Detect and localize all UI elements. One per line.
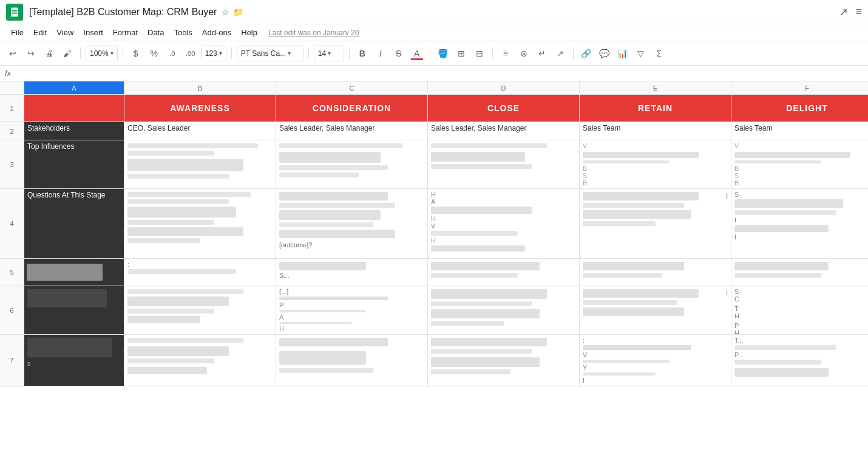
filter-btn[interactable]: ▽ [633, 46, 649, 61]
col-header-A[interactable]: A [24, 81, 124, 94]
cell-B5[interactable]: : [124, 259, 276, 286]
cell-A1[interactable] [24, 95, 124, 122]
formula-input[interactable] [16, 69, 863, 78]
cell-D1[interactable]: CLOSE [428, 95, 580, 122]
col-header-C[interactable]: C [276, 81, 428, 94]
font-arrow: ▾ [288, 50, 291, 57]
paintformat-btn[interactable]: 🖌 [59, 46, 75, 61]
borders-btn[interactable]: ⊞ [453, 46, 469, 61]
cell-D3[interactable] [428, 140, 580, 188]
menu-data[interactable]: Data [143, 26, 169, 39]
menu-view[interactable]: View [52, 26, 78, 39]
cell-F3[interactable]: V B S B [731, 140, 868, 188]
cell-E2[interactable]: Sales Team [580, 122, 731, 140]
col-header-D[interactable]: D [428, 81, 580, 94]
comment-icon[interactable]: ≡ [855, 5, 862, 18]
cell-D7[interactable] [428, 335, 580, 386]
valign-btn[interactable]: ⊜ [516, 46, 532, 61]
cell-F6[interactable]: S C T H P H [731, 286, 868, 334]
decimal2-btn[interactable]: .00 [183, 46, 198, 61]
menu-file[interactable]: File [6, 26, 29, 39]
cell-B2[interactable]: CEO, Sales Leader [124, 122, 276, 140]
menu-format[interactable]: Format [108, 26, 143, 39]
fontcolor-btn[interactable]: A [409, 46, 425, 61]
col-header-B[interactable]: B [124, 81, 276, 94]
col-header-F[interactable]: F [731, 81, 868, 94]
merge-btn[interactable]: ⊟ [472, 46, 487, 61]
textwrap-btn[interactable]: ↵ [534, 46, 550, 61]
textrotate-btn[interactable]: ↗ [552, 46, 568, 61]
sep4 [308, 47, 309, 60]
cell-E3[interactable]: V B S B [580, 140, 731, 188]
cell-A5[interactable] [24, 259, 124, 286]
menu-tools[interactable]: Tools [169, 26, 197, 39]
cell-C6[interactable]: [...] P A H [276, 286, 428, 334]
decimal1-btn[interactable]: .0 [164, 46, 180, 61]
fontsize-dropdown[interactable]: 14 ▾ [314, 46, 344, 61]
cell-F7[interactable]: T... P... [731, 335, 868, 386]
italic-btn[interactable]: I [373, 46, 388, 61]
undo-btn[interactable]: ↩ [5, 46, 21, 61]
row-num-2: 2 [0, 122, 24, 140]
cell-A3[interactable]: Top Influences [24, 140, 124, 188]
cell-B3[interactable] [124, 140, 276, 188]
col-header-E[interactable]: E [580, 81, 731, 94]
cell-E7[interactable]: : V Y I [580, 335, 731, 386]
sep1 [80, 47, 81, 60]
cell-C2[interactable]: Sales Leader, Sales Manager [276, 122, 428, 140]
cell-B4[interactable] [124, 189, 276, 258]
row-num-corner [0, 81, 24, 94]
comment-btn[interactable]: 💬 [597, 46, 612, 61]
menu-insert[interactable]: Insert [78, 26, 108, 39]
fontsize-arrow: ▾ [328, 50, 331, 57]
format123-dropdown[interactable]: 123 ▾ [201, 46, 226, 61]
zoom-dropdown[interactable]: 100% ▾ [86, 46, 118, 61]
cell-B6[interactable] [124, 286, 276, 334]
cell-D4[interactable]: H A H V H [428, 189, 580, 258]
cell-A6[interactable] [24, 286, 124, 334]
cell-A2[interactable]: Stakeholders [24, 122, 124, 140]
menu-help[interactable]: Help [236, 26, 262, 39]
cell-F2[interactable]: Sales Team [731, 122, 868, 140]
cell-E4[interactable]: t [580, 189, 731, 258]
cell-C7[interactable] [276, 335, 428, 386]
menu-edit[interactable]: Edit [29, 26, 52, 39]
cell-E6[interactable]: t [580, 286, 731, 334]
svg-rect-1 [12, 10, 18, 11]
cell-F5[interactable] [731, 259, 868, 286]
sum-btn[interactable]: Σ [651, 46, 667, 61]
cell-A7[interactable]: s [24, 335, 124, 386]
title-icons: ☆ 📁 [222, 7, 243, 17]
cell-C5[interactable]: S... [276, 259, 428, 286]
redo-btn[interactable]: ↪ [23, 46, 39, 61]
menu-addons[interactable]: Add-ons [197, 26, 236, 39]
cell-C4[interactable]: [outcome]? [276, 189, 428, 258]
font-dropdown[interactable]: PT Sans Ca... ▾ [237, 46, 303, 61]
chart-btn[interactable]: 📊 [615, 46, 631, 61]
bold-btn[interactable]: B [354, 46, 370, 61]
cell-A4[interactable]: Questions At This Stage [24, 189, 124, 258]
folder-icon[interactable]: 📁 [233, 7, 243, 17]
cell-F4[interactable]: S I I [731, 189, 868, 258]
cell-B7[interactable] [124, 335, 276, 386]
star-icon[interactable]: ☆ [222, 7, 229, 17]
cell-B1[interactable]: AWARENESS [124, 95, 276, 122]
cell-F1[interactable]: DELIGHT [731, 95, 868, 122]
strikethrough-btn[interactable]: S [391, 46, 407, 61]
row-num-3: 3 [0, 140, 24, 188]
cell-E5[interactable] [580, 259, 731, 286]
svg-rect-2 [12, 12, 18, 12]
link-btn[interactable]: 🔗 [578, 46, 594, 61]
trend-icon[interactable]: ↗ [839, 5, 848, 19]
cell-D2[interactable]: Sales Leader, Sales Manager [428, 122, 580, 140]
cell-D6[interactable] [428, 286, 580, 334]
fillcolor-btn[interactable]: 🪣 [435, 46, 451, 61]
currency-btn[interactable]: $ [128, 46, 144, 61]
cell-C3[interactable] [276, 140, 428, 188]
percent-btn[interactable]: % [146, 46, 162, 61]
cell-D5[interactable] [428, 259, 580, 286]
cell-E1[interactable]: RETAIN [580, 95, 731, 122]
cell-C1[interactable]: CONSIDERATION [276, 95, 428, 122]
print-btn[interactable]: 🖨 [41, 46, 57, 61]
halign-btn[interactable]: ≡ [498, 46, 514, 61]
